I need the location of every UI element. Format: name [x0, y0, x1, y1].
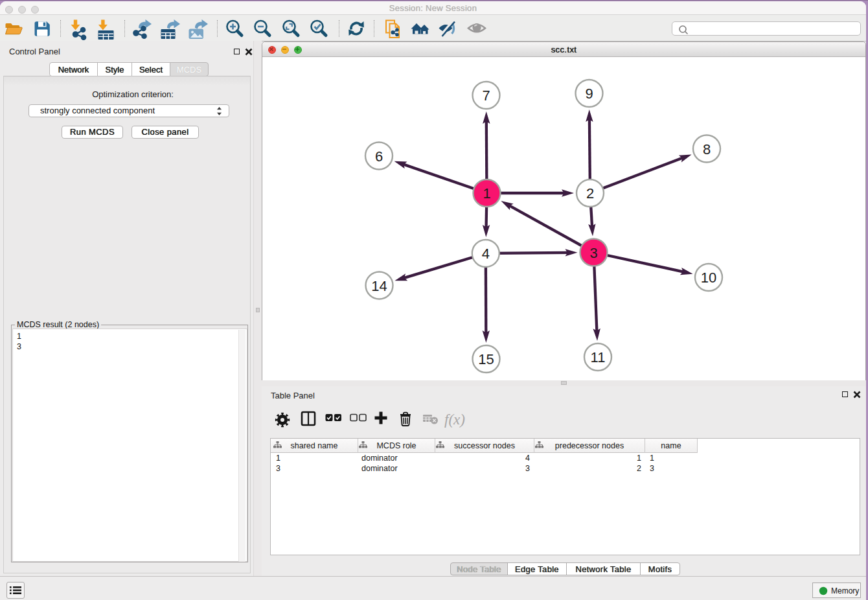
svg-text:3: 3	[589, 245, 597, 261]
svg-text:8: 8	[703, 141, 711, 157]
svg-text:14: 14	[371, 278, 387, 294]
svg-text:4: 4	[482, 246, 490, 262]
svg-text:15: 15	[478, 351, 494, 367]
svg-text:2: 2	[586, 185, 594, 202]
svg-text:11: 11	[591, 349, 606, 365]
svg-text:1: 1	[483, 185, 490, 202]
svg-text:7: 7	[482, 87, 490, 104]
svg-text:9: 9	[585, 86, 593, 102]
svg-text:6: 6	[375, 148, 383, 165]
svg-text:10: 10	[701, 270, 716, 286]
